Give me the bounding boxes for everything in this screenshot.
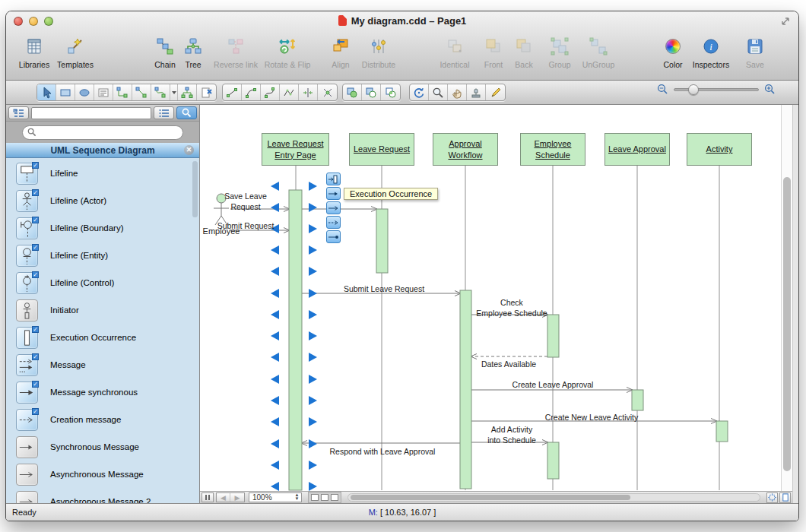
page-thumb[interactable] (321, 494, 328, 501)
activation-bar[interactable] (632, 390, 643, 410)
pencil-tool[interactable] (486, 84, 505, 100)
message-label[interactable]: Save Leave Request (224, 191, 266, 212)
smart-connector-dropdown-icon[interactable] (170, 84, 178, 100)
pause-button[interactable] (202, 492, 214, 502)
rectangle-tool[interactable] (56, 84, 75, 100)
quick-insert-message-synchronous-button[interactable] (326, 187, 341, 200)
list-item-creation-message[interactable]: ✓Creation message (6, 406, 199, 433)
lifeline-header[interactable]: Activity (687, 133, 752, 166)
connection-handle-left-icon[interactable] (271, 310, 279, 319)
connection-handle-left-icon[interactable] (271, 331, 279, 340)
connection-handle-right-icon[interactable] (309, 353, 317, 362)
direct-connector-tool[interactable] (132, 84, 151, 100)
format-painter-tool[interactable] (467, 84, 486, 100)
intersect-shape-tool[interactable] (381, 84, 400, 100)
connection-handle-right-icon[interactable] (309, 267, 317, 276)
connection-handle-right-icon[interactable] (309, 396, 317, 405)
actor-label[interactable]: Employee (203, 226, 240, 236)
library-search-field[interactable] (22, 125, 183, 140)
list-item-synchronous-message[interactable]: Synchronous Message (6, 433, 199, 461)
connection-handle-right-icon[interactable] (309, 182, 317, 191)
connection-handle-left-icon[interactable] (271, 482, 279, 491)
rotate-tool[interactable] (410, 84, 429, 100)
trim-tool[interactable] (318, 84, 337, 100)
subtract-shape-tool[interactable] (362, 84, 381, 100)
delete-object-tool[interactable] (197, 84, 216, 100)
pan-tool[interactable] (448, 84, 467, 100)
ellipse-tool[interactable] (75, 84, 94, 100)
horizontal-scrollbar[interactable] (347, 493, 760, 502)
list-item-initiator[interactable]: Initiator (6, 296, 199, 324)
list-item-lifeline-control[interactable]: ✓Lifeline (Control) (6, 269, 199, 296)
connection-handle-right-icon[interactable] (309, 289, 317, 298)
zoom-slider-track[interactable] (674, 88, 759, 91)
message-label[interactable]: Add Activity into Schedule (487, 424, 536, 445)
page-thumb[interactable] (331, 494, 338, 501)
lifeline-header[interactable]: Leave Request Entry Page (262, 133, 329, 166)
drawing-canvas[interactable]: Leave Request Entry PageLeave RequestApp… (200, 105, 798, 503)
message-label[interactable]: Respond with Leave Approval (330, 446, 436, 457)
quick-insert-synchronous-message-button[interactable] (326, 201, 341, 214)
connection-handle-left-icon[interactable] (271, 289, 279, 298)
message-label[interactable]: Dates Available (481, 359, 536, 369)
list-item-asynchronous-message-2[interactable]: Asynchronous Message 2 (6, 488, 199, 503)
tree-view-button[interactable] (8, 106, 29, 119)
lifeline-header[interactable]: Employee Schedule (520, 133, 585, 166)
connection-handle-right-icon[interactable] (309, 461, 317, 470)
text-tool[interactable] (94, 84, 113, 100)
list-view-button[interactable] (154, 106, 174, 119)
toolbar-item-libraries[interactable]: Libraries (16, 35, 52, 69)
palette-scrollbar-thumb[interactable] (192, 161, 198, 217)
zoom-slider-thumb[interactable] (688, 84, 699, 95)
quick-insert-lost-message-button[interactable] (326, 230, 341, 243)
connection-handle-right-icon[interactable] (309, 224, 317, 233)
connector-tool[interactable] (113, 84, 132, 100)
search-mode-button[interactable] (176, 106, 197, 119)
connection-handle-left-icon[interactable] (271, 461, 279, 470)
connection-handle-right-icon[interactable] (309, 417, 317, 426)
smart-connector-tool[interactable] (151, 84, 170, 100)
list-item-lifeline-boundary[interactable]: ✓Lifeline (Boundary) (6, 214, 199, 242)
connection-handle-right-icon[interactable] (309, 482, 317, 491)
list-item-lifeline[interactable]: ✓Lifeline (6, 160, 199, 187)
vertical-scrollbar[interactable] (781, 105, 792, 491)
activation-bar[interactable] (460, 290, 471, 489)
list-item-message[interactable]: ✓Message (6, 351, 199, 378)
quick-insert-execution-occurrence-button[interactable] (326, 173, 341, 185)
activation-bar[interactable] (547, 442, 559, 479)
connection-handle-right-icon[interactable] (309, 375, 317, 384)
quick-insert-creation-message-button[interactable] (326, 216, 341, 229)
toolbar-item-color[interactable]: Color (660, 35, 686, 69)
connection-handle-left-icon[interactable] (271, 203, 279, 212)
arc-tool[interactable] (242, 84, 261, 100)
connection-handle-left-icon[interactable] (271, 353, 279, 362)
activation-bar[interactable] (376, 209, 388, 273)
message-label[interactable]: Create New Leave Activity (545, 412, 639, 423)
library-panel-header[interactable]: UML Sequence Diagram ✕ (6, 143, 199, 158)
connection-handle-left-icon[interactable] (271, 439, 279, 448)
polyline-tool[interactable] (280, 84, 299, 100)
horizontal-scrollbar-thumb[interactable] (351, 495, 630, 500)
connection-handle-right-icon[interactable] (309, 203, 317, 212)
bezier-tool[interactable] (261, 84, 280, 100)
lifeline-header[interactable]: Leave Approval (604, 133, 670, 166)
activation-bar[interactable] (289, 190, 302, 490)
prev-page-button[interactable]: ◀ (217, 493, 230, 502)
page-thumb[interactable] (311, 494, 319, 501)
list-item-asynchronous-message[interactable]: Asynchronous Message (6, 461, 199, 488)
list-item-execution-occurrence[interactable]: ✓Execution Occurrence (6, 324, 199, 351)
activation-bar[interactable] (547, 315, 559, 357)
connection-handle-right-icon[interactable] (309, 331, 317, 340)
zoom-stepper[interactable]: ▲▼ (294, 493, 300, 502)
line-tool[interactable] (223, 84, 242, 100)
message-label[interactable]: Submit Leave Request (344, 283, 424, 294)
toolbar-item-tree[interactable]: Tree (182, 35, 205, 69)
lifeline-header[interactable]: Approval Workflow (433, 133, 498, 166)
connection-handle-left-icon[interactable] (271, 182, 279, 191)
next-page-button[interactable]: ▶ (230, 493, 244, 502)
connection-handle-left-icon[interactable] (271, 375, 279, 384)
fit-view-button[interactable] (766, 492, 778, 503)
page-view-button[interactable] (779, 492, 791, 503)
toolbar-item-templates[interactable]: Templates (54, 35, 97, 69)
zoom-out-icon[interactable] (657, 84, 668, 95)
